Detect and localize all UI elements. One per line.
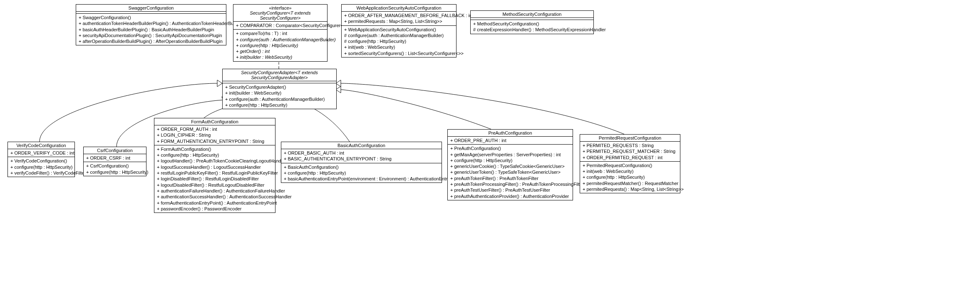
member-row: + FormAuthConfiguration() xyxy=(157,146,273,152)
member-row: + getMaxAge(serverProperties : ServerPro… xyxy=(450,152,570,158)
member-row: + configure(http : HttpSecurity) xyxy=(10,164,72,170)
class-webapp-sec-auto-config: WebApplicationSecurityAutoConfiguration … xyxy=(341,4,457,58)
member-row: + init(builder : WebSecurity) xyxy=(236,54,325,60)
member-row: + PermitedRequestConfiguration() xyxy=(583,162,677,168)
class-security-configurer-adapter: SecurityConfigurerAdapter<T extends Secu… xyxy=(222,69,337,109)
member-row: + init(builder : WebSecurity) xyxy=(225,90,334,96)
member-row: + WebApplicationSecurityAutoConfiguratio… xyxy=(344,27,454,32)
member-row: + logoutDisabledFilter() : RestfulLogout… xyxy=(157,182,273,188)
member-row: + ORDER_VERIFY_CODE : int xyxy=(10,150,72,156)
class-name: SecurityConfigurerAdapter<T extends Secu… xyxy=(241,70,318,80)
class-form-auth-config: FormAuthConfiguration + ORDER_FORM_AUTH … xyxy=(154,118,275,213)
ops: + CsrfConfiguration()+ configure(http : … xyxy=(84,162,146,176)
member-row: + COMPARATOR : Comparator<SecurityConfig… xyxy=(236,22,325,28)
attrs: + ORDER_PRE_AUTH : int xyxy=(448,137,573,145)
member-row: + formAuthenticationEntryPoint() : Authe… xyxy=(157,200,273,206)
member-row: + permitedRequests() : Map<String, List<… xyxy=(583,186,677,192)
ops: + PermitedRequestConfiguration()+ init(w… xyxy=(580,162,680,193)
member-row: + preAuthAuthenticationProvider() : Auth… xyxy=(450,193,570,199)
member-row: + configure(http : HttpSecurity) xyxy=(284,170,439,176)
class-name: FormAuthConfiguration xyxy=(191,119,238,124)
class-basic-auth-config: BasicAuthConfiguration + ORDER_BASIC_AUT… xyxy=(281,142,442,183)
member-row: + configure(http : HttpSecurity) xyxy=(157,152,273,158)
member-row: + configure(http : HttpSecurity) xyxy=(225,102,334,108)
member-row: + CsrfConfiguration() xyxy=(86,163,144,169)
attrs: + ORDER_CSRF : int xyxy=(84,154,146,162)
ops: + FormAuthConfiguration()+ configure(htt… xyxy=(154,145,275,212)
member-row: + LOGIN_CIPHER : String xyxy=(157,132,273,138)
class-name: WebApplicationSecurityAutoConfiguration xyxy=(356,5,441,10)
member-row: + preAuthTokenProcessingFilter() : PreAu… xyxy=(450,181,570,187)
member-row: + genericUserCookie() : TypeSafeCookie<G… xyxy=(450,163,570,169)
attrs: + ORDER_AFTER_MANAGEMENT_BEFORE_FALLBACK… xyxy=(342,12,456,26)
member-row: + SecurityConfigurerAdapter() xyxy=(225,84,334,90)
member-row: + passwordEncoder() : PasswordEncoder xyxy=(157,206,273,212)
svg-marker-2 xyxy=(217,80,222,87)
member-row: + ORDER_PRE_AUTH : int xyxy=(450,138,570,143)
ops: + BasicAuthConfiguration()+ configure(ht… xyxy=(281,163,442,183)
member-row: + ORDER_AFTER_MANAGEMENT_BEFORE_FALLBACK… xyxy=(344,12,454,18)
member-row: + getOrder() : int xyxy=(236,48,325,54)
class-name: MethodSecurityConfiguration xyxy=(503,12,562,17)
ops: + MethodSecurityConfiguration()# createE… xyxy=(471,20,593,34)
ops: + VerifyCodeConfiguration()+ configure(h… xyxy=(8,157,74,177)
member-row: + VerifyCodeConfiguration() xyxy=(10,158,72,164)
class-name: CsrfConfiguration xyxy=(97,148,133,153)
member-row: + afterOperationBuilderBuildPlugin() : A… xyxy=(79,38,223,44)
class-verify-code-config: VerifyCodeConfiguration + ORDER_VERIFY_C… xyxy=(7,142,75,177)
member-row: + logoutHandler() : PreAuthTokenCookieCl… xyxy=(157,158,273,164)
member-row: + compareTo(rhs : T) : int xyxy=(236,30,325,36)
member-row: + preAuthTokenFilter() : PreAuthTokenFil… xyxy=(450,175,570,181)
attrs: + PERMITED_REQUESTS : String+ PERMITED_R… xyxy=(580,142,680,162)
member-row: + configure(auth : AuthenticationManager… xyxy=(236,37,325,42)
class-security-configurer: «interface»SecurityConfigurer<T extends … xyxy=(233,4,327,62)
attrs: + ORDER_FORM_AUTH : int+ LOGIN_CIPHER : … xyxy=(154,125,275,145)
member-row: + FORM_AUTHENTICATION_ENTRYPOINT : Strin… xyxy=(157,138,273,144)
member-row: + ORDER_CSRF : int xyxy=(86,155,144,161)
ops: + SecurityConfigurerAdapter()+ init(buil… xyxy=(223,83,336,109)
class-name: SwaggerConfiguration xyxy=(129,5,174,10)
member-row: + ORDER_FORM_AUTH : int xyxy=(157,126,273,132)
member-row: + permitedRequests : Map<String, List<St… xyxy=(344,18,454,24)
member-row: + ORDER_PERMITED_REQUEST : int xyxy=(583,155,677,160)
class-name: BasicAuthConfiguration xyxy=(337,143,385,148)
member-row: + init(web : WebSecurity) xyxy=(583,168,677,174)
member-row: # createExpressionHandler() : MethodSecu… xyxy=(473,27,591,32)
class-pre-auth-config: PreAuthConfiguration + ORDER_PRE_AUTH : … xyxy=(447,129,573,200)
ops: + compareTo(rhs : T) : int+ configure(au… xyxy=(233,30,327,61)
member-row: + BasicAuthConfiguration() xyxy=(284,164,439,170)
member-row: + SwaggerConfiguration() xyxy=(79,15,223,20)
attrs: + ORDER_BASIC_AUTH : int+ BASIC_AUTHENTI… xyxy=(281,149,442,163)
member-row: + PreAuthConfiguration() xyxy=(450,145,570,151)
class-swagger-configuration: SwaggerConfiguration + SwaggerConfigurat… xyxy=(76,4,226,45)
member-row: + PERMITED_REQUESTS : String xyxy=(583,142,677,148)
attrs: + ORDER_VERIFY_CODE : int xyxy=(8,149,74,157)
member-row: + securityApiDocumentationPlugin() : Sec… xyxy=(79,32,223,38)
member-row: + verifyCodeFilter() : VerifyCodeFilter xyxy=(10,170,72,176)
member-row: + authenticationFailureHandler() : Authe… xyxy=(157,188,273,194)
member-row: + restfulLoginPublicKeyFilter() : Restfu… xyxy=(157,170,273,176)
member-row: # configure(auth : AuthenticationManager… xyxy=(344,32,454,38)
ops: + WebApplicationSecurityAutoConfiguratio… xyxy=(342,26,456,57)
member-row: + permitedRequestMatcher() : RequestMatc… xyxy=(583,180,677,186)
member-row: + init(web : WebSecurity) xyxy=(344,44,454,50)
member-row: + configure(http : HttpSecurity) xyxy=(450,158,570,163)
member-row: + configure(http : HttpSecurity) xyxy=(583,174,677,180)
ops: + SwaggerConfiguration()+ authentication… xyxy=(76,14,226,45)
class-permited-request-config: PermitedRequestConfiguration + PERMITED_… xyxy=(580,134,680,193)
member-row: + configure(http : HttpSecurity) xyxy=(86,169,144,175)
ops: + PreAuthConfiguration()+ getMaxAge(serv… xyxy=(448,145,573,200)
class-name: PermitedRequestConfiguration xyxy=(599,135,661,140)
member-row: + BASIC_AUTHENTICATION_ENTRYPOINT : Stri… xyxy=(284,156,439,162)
member-row: + PERMITED_REQUEST_MATCHER : String xyxy=(583,148,677,154)
member-row: + ORDER_BASIC_AUTH : int xyxy=(284,150,439,156)
member-row: + configure(auth : AuthenticationManager… xyxy=(225,96,334,102)
class-method-security-config: MethodSecurityConfiguration + MethodSecu… xyxy=(470,10,594,34)
stereotype: «interface» xyxy=(236,5,325,10)
class-name: SecurityConfigurer<T extends SecurityCon… xyxy=(236,10,325,20)
member-row: + preAuthTestUserFilter() : PreAuthTestU… xyxy=(450,187,570,193)
member-row: + configure(http : HttpSecurity) xyxy=(236,42,325,48)
member-row: + basicAuthHeaderBuilderPlugin() : Basic… xyxy=(79,27,223,32)
member-row: # configure(http : HttpSecurity) xyxy=(344,38,454,44)
member-row: + authenticationSuccessHandler() : Authe… xyxy=(157,194,273,200)
